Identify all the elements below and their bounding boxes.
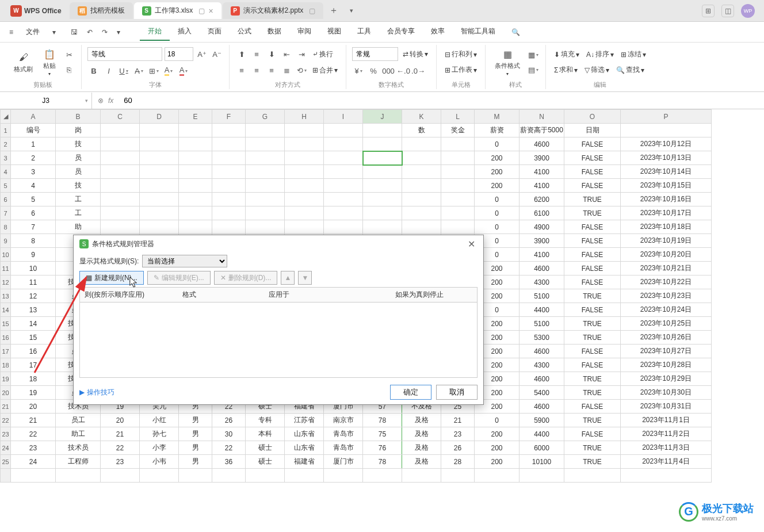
dialog-close-button[interactable]: ✕ (465, 239, 478, 250)
cell[interactable]: 10 (11, 262, 56, 275)
cell[interactable]: 200 (475, 179, 519, 193)
cell[interactable]: 5400 (519, 386, 564, 400)
header-cell[interactable]: 日期 (564, 124, 621, 137)
cell[interactable]: 6100 (519, 206, 564, 220)
menu-item[interactable]: 效率 (423, 23, 453, 41)
cell[interactable]: 15 (11, 331, 56, 345)
cell[interactable]: 2023年10月29日 (621, 372, 712, 386)
cell[interactable]: 员 (56, 151, 101, 165)
cell[interactable]: 4400 (519, 427, 564, 441)
cell[interactable] (212, 469, 246, 483)
cell[interactable]: 2023年10月12日 (621, 137, 712, 151)
cell[interactable] (441, 220, 475, 234)
cell[interactable] (179, 179, 212, 193)
cell[interactable] (363, 469, 402, 483)
sum-button[interactable]: Σ 求和 ▾ (552, 64, 580, 76)
cell[interactable]: 21 (441, 414, 475, 427)
cell[interactable]: 9 (11, 248, 56, 262)
cell[interactable]: 200 (475, 455, 519, 469)
cell[interactable]: FALSE (564, 234, 621, 248)
header-cell[interactable] (101, 124, 140, 137)
column-header[interactable]: B (56, 110, 101, 124)
cell[interactable]: 4100 (519, 165, 564, 179)
layout-icon[interactable]: ⊞ (702, 5, 715, 17)
cell[interactable]: 6 (11, 206, 56, 220)
cell[interactable]: 助工 (56, 427, 101, 441)
qat-dropdown-icon[interactable]: ▾ (113, 26, 124, 39)
cell[interactable]: 0 (475, 206, 519, 220)
format-painter-button[interactable]: 🖌格式刷 (10, 49, 36, 76)
cell[interactable]: TRUE (564, 289, 621, 303)
font-size-select[interactable] (165, 47, 193, 61)
document-tab[interactable]: 稻 找稻壳模板 (70, 2, 133, 19)
cell[interactable] (101, 137, 140, 151)
cell[interactable] (246, 137, 285, 151)
cell[interactable]: 23 (101, 455, 140, 469)
cell[interactable] (285, 220, 324, 234)
row-header[interactable]: 24 (1, 441, 11, 455)
cell[interactable]: 2023年11月1日 (621, 414, 712, 427)
cell[interactable] (179, 220, 212, 234)
font-color-button[interactable]: A (177, 64, 190, 77)
show-rules-select[interactable]: 当前选择 (142, 255, 227, 267)
cell[interactable]: 4300 (519, 275, 564, 289)
column-header[interactable]: N (519, 110, 564, 124)
cell[interactable]: 2023年10月19日 (621, 234, 712, 248)
cell[interactable]: FALSE (564, 248, 621, 262)
column-header[interactable]: G (246, 110, 285, 124)
cell[interactable]: 76 (363, 441, 402, 455)
cell[interactable]: 0 (475, 193, 519, 206)
cell[interactable] (101, 193, 140, 206)
cell[interactable]: 工 (56, 193, 101, 206)
formula-input[interactable] (119, 96, 764, 105)
header-cell[interactable] (363, 124, 402, 137)
rowcol-button[interactable]: ⊟ 行和列 ▾ (442, 48, 479, 60)
cell[interactable]: 福建省 (285, 455, 324, 469)
cell[interactable]: 200 (475, 165, 519, 179)
cell[interactable]: 36 (212, 455, 246, 469)
cell[interactable]: 技术员 (56, 441, 101, 455)
cell[interactable]: 男 (179, 455, 212, 469)
header-cell[interactable]: 奖金 (441, 124, 475, 137)
edit-rule-button[interactable]: ✎ 编辑规则(E)... (147, 271, 211, 285)
row-header[interactable]: 13 (1, 289, 11, 303)
cell[interactable]: 200 (475, 151, 519, 165)
distribute-icon[interactable]: ≣ (280, 64, 293, 76)
cell[interactable]: 2023年11月2日 (621, 427, 712, 441)
strike-button[interactable]: A̶ (132, 64, 145, 77)
cell[interactable] (324, 165, 363, 179)
cell[interactable] (285, 137, 324, 151)
cell[interactable] (140, 151, 179, 165)
cell[interactable] (246, 206, 285, 220)
header-cell[interactable] (212, 124, 246, 137)
column-header[interactable]: I (324, 110, 363, 124)
tab-close-icon[interactable]: × (208, 6, 213, 16)
cell[interactable] (324, 220, 363, 234)
cell[interactable]: 工 (56, 206, 101, 220)
tab-window-icon[interactable]: ▢ (198, 7, 205, 15)
cell[interactable]: 硕士 (246, 441, 285, 455)
cell[interactable] (101, 206, 140, 220)
cell[interactable] (140, 206, 179, 220)
column-header[interactable]: H (285, 110, 324, 124)
menu-file[interactable]: 文件 (19, 25, 47, 39)
cell[interactable] (179, 137, 212, 151)
cell[interactable] (402, 137, 441, 151)
cell[interactable]: 4600 (519, 262, 564, 275)
search-icon[interactable]: 🔍 (511, 28, 520, 36)
currency-icon[interactable]: ¥ (352, 64, 365, 77)
row-header[interactable]: 12 (1, 275, 11, 289)
row-header[interactable]: 22 (1, 414, 11, 427)
header-cell[interactable] (140, 124, 179, 137)
cell[interactable]: 5100 (519, 317, 564, 331)
cell[interactable]: 20 (101, 414, 140, 427)
cut-icon[interactable]: ✂ (63, 48, 75, 61)
column-header[interactable]: K (402, 110, 441, 124)
cell[interactable]: 0 (475, 137, 519, 151)
cell[interactable] (324, 179, 363, 193)
cell[interactable] (101, 469, 140, 483)
cell[interactable]: 孙七 (140, 427, 179, 441)
menu-item[interactable]: 开始 (140, 23, 170, 41)
cell[interactable]: 山东省 (285, 427, 324, 441)
cell[interactable]: 2023年10月18日 (621, 220, 712, 234)
